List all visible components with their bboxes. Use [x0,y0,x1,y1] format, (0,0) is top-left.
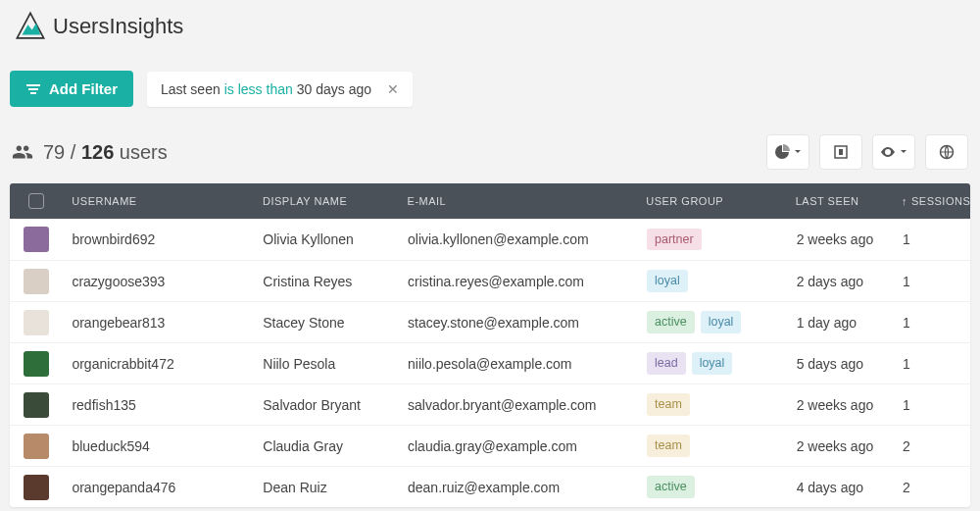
table-row[interactable]: crazygoose393Cristina Reyescristina.reye… [10,260,970,301]
cell-display-name: Olivia Kyllonen [253,231,398,247]
cell-last-seen: 5 days ago [787,356,893,372]
pie-icon [774,144,790,160]
svg-rect-0 [26,84,40,86]
cell-display-name: Cristina Reyes [253,274,398,289]
header-email[interactable]: E-mail [398,195,637,207]
logo-icon [14,10,47,43]
select-all-checkbox[interactable] [28,193,44,209]
row-avatar-cell [10,269,62,294]
export-button[interactable] [819,134,862,170]
table-row[interactable]: orangepanda476Dean Ruizdean.ruiz@example… [10,466,970,507]
cell-username: organicrabbit472 [62,356,253,372]
count-total: 126 [81,141,114,163]
table-header: Username Display Name E-mail User Group … [10,183,970,219]
header-display[interactable]: Display Name [253,195,398,207]
row-avatar-cell [10,475,62,500]
cell-username: crazygoose393 [62,274,253,289]
table-body: brownbird692Olivia Kyllonenolivia.kyllon… [10,219,970,507]
row-avatar-cell [10,434,62,459]
globe-icon [939,144,955,160]
avatar [24,351,49,377]
table-row[interactable]: blueduck594Claudia Grayclaudia.gray@exam… [10,425,970,466]
cell-username: orangebear813 [62,315,253,331]
cell-username: blueduck594 [62,438,253,454]
tag-loyal[interactable]: loyal [692,352,733,375]
tag-team[interactable]: team [647,434,690,457]
table-row[interactable]: organicrabbit472Niilo Pesolaniilo.pesola… [10,342,970,383]
avatar [24,475,49,500]
filter-operator: is less than [224,81,293,97]
cell-user-group: active [637,476,787,498]
cell-display-name: Salvador Bryant [253,397,398,413]
cell-last-seen: 2 weeks ago [787,438,893,454]
cell-email: claudia.gray@example.com [398,438,637,454]
eye-icon [880,144,896,160]
chevron-down-icon [794,148,802,156]
header-sessions[interactable]: ↑Sessions [892,195,970,207]
cell-sessions: 1 [893,274,970,289]
cell-last-seen: 2 days ago [787,274,893,289]
cell-email: niilo.pesola@example.com [398,356,637,372]
cell-display-name: Niilo Pesola [253,356,398,372]
add-filter-label: Add Filter [49,80,118,97]
tag-loyal[interactable]: loyal [647,270,688,292]
filter-chip[interactable]: Last seen is less than 30 days ago ✕ [147,72,413,107]
cell-user-group: loyal [637,270,787,292]
cell-email: cristina.reyes@example.com [398,274,637,289]
svg-rect-2 [30,92,36,94]
cell-email: salvador.bryant@example.com [398,397,637,413]
header-checkbox-cell [10,193,62,209]
tag-active[interactable]: active [647,311,695,333]
cell-last-seen: 2 weeks ago [787,397,893,413]
cell-email: dean.ruiz@example.com [398,480,637,495]
globe-button[interactable] [925,134,968,170]
table-row[interactable]: orangebear813Stacey Stonestacey.stone@ex… [10,301,970,342]
count-suffix: users [114,141,167,163]
cell-last-seen: 1 day ago [787,315,893,331]
brand: UsersInsights [10,10,970,43]
tag-active[interactable]: active [647,476,695,498]
brand-b: Insights [109,14,183,38]
tag-partner[interactable]: partner [647,229,702,251]
table-row[interactable]: redfish135Salvador Bryantsalvador.bryant… [10,383,970,425]
avatar [24,392,49,418]
cell-user-group: activeloyal [637,311,787,333]
cell-user-group: team [637,434,787,457]
add-filter-button[interactable]: Add Filter [10,71,133,107]
avatar [24,434,49,459]
tag-team[interactable]: team [647,393,690,416]
cell-sessions: 1 [893,397,970,413]
visibility-button[interactable] [872,134,915,170]
count-sep: / [65,141,81,163]
brand-a: Users [53,14,109,38]
count-row: 79 / 126 users [10,134,970,170]
svg-rect-4 [839,149,843,155]
cell-sessions: 1 [893,356,970,372]
users-icon [12,141,33,163]
cell-display-name: Stacey Stone [253,315,398,331]
avatar [24,269,49,294]
filter-value: 30 days ago [297,81,371,97]
count-text: 79 / 126 users [12,141,168,164]
tag-loyal[interactable]: loyal [701,311,742,333]
header-seen[interactable]: Last Seen [786,195,892,207]
sort-asc-icon: ↑ [902,195,907,207]
controls-row: Add Filter Last seen is less than 30 day… [10,71,970,107]
cell-username: redfish135 [62,397,253,413]
cell-user-group: partner [637,229,787,251]
table-row[interactable]: brownbird692Olivia Kyllonenolivia.kyllon… [10,219,970,260]
cell-sessions: 2 [893,438,970,454]
segments-button[interactable] [766,134,809,170]
chevron-down-icon [900,148,907,156]
cell-sessions: 1 [893,231,970,247]
export-icon [833,144,849,160]
cell-username: orangepanda476 [62,480,253,495]
close-icon[interactable]: ✕ [387,81,399,97]
header-group[interactable]: User Group [636,195,785,207]
row-avatar-cell [10,227,62,252]
tag-lead[interactable]: lead [647,352,686,375]
cell-user-group: team [637,393,787,416]
header-username[interactable]: Username [62,195,253,207]
cell-email: stacey.stone@example.com [398,315,637,331]
filter-field: Last seen [161,81,220,97]
